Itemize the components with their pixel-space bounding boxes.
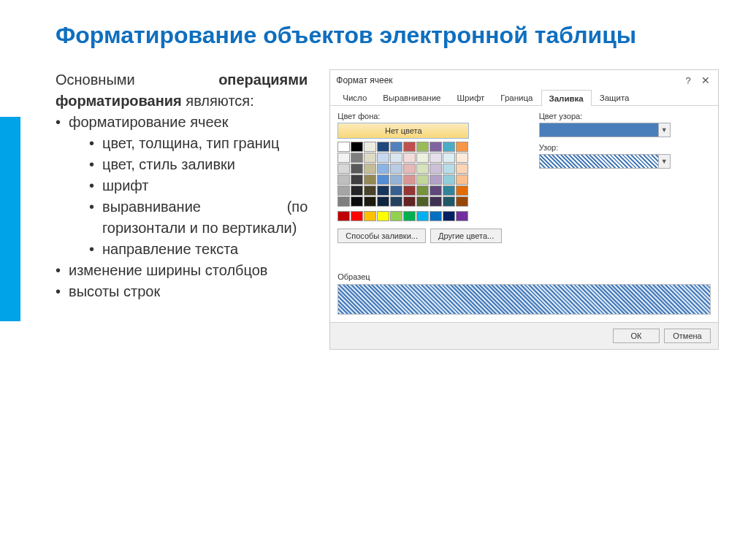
color-swatch[interactable] — [337, 164, 350, 174]
color-swatch[interactable] — [351, 196, 363, 207]
color-swatch[interactable] — [377, 196, 389, 207]
slide-title: Форматирование объектов электронной табл… — [56, 22, 719, 49]
color-swatch[interactable] — [403, 142, 416, 152]
color-swatch[interactable] — [430, 196, 442, 207]
sample-label: Образец — [337, 272, 711, 281]
cancel-button[interactable]: Отмена — [664, 329, 711, 343]
bullet-3: высоты строк — [56, 281, 308, 302]
tab-border[interactable]: Граница — [492, 89, 541, 105]
color-swatch[interactable] — [377, 185, 389, 196]
pattern-column: Цвет узора: ▼ Узор: ▼ — [539, 112, 711, 243]
color-swatch[interactable] — [430, 211, 442, 221]
color-swatch[interactable] — [416, 185, 429, 196]
color-swatch[interactable] — [416, 211, 429, 221]
tab-fill[interactable]: Заливка — [541, 90, 592, 106]
color-swatch[interactable] — [377, 211, 389, 221]
color-swatch[interactable] — [430, 185, 442, 196]
fill-methods-button[interactable]: Способы заливки... — [337, 229, 426, 243]
color-swatch[interactable] — [390, 142, 402, 152]
pattern-select[interactable]: ▼ — [539, 154, 671, 169]
color-swatch[interactable] — [403, 196, 416, 207]
color-swatch[interactable] — [403, 185, 416, 196]
pattern-color-label: Цвет узора: — [539, 112, 711, 120]
color-swatch[interactable] — [456, 142, 468, 152]
color-swatch[interactable] — [390, 196, 402, 207]
color-swatch[interactable] — [337, 211, 350, 221]
color-swatch[interactable] — [390, 164, 402, 174]
color-swatch[interactable] — [456, 164, 468, 174]
color-swatch[interactable] — [390, 153, 402, 163]
accent-bar — [0, 117, 20, 321]
color-swatch[interactable] — [351, 142, 363, 152]
color-swatch[interactable] — [377, 174, 389, 185]
color-swatch[interactable] — [416, 174, 429, 185]
color-swatch[interactable] — [364, 185, 376, 196]
color-swatch[interactable] — [364, 196, 376, 207]
color-swatch[interactable] — [351, 211, 363, 221]
color-swatch[interactable] — [364, 142, 376, 152]
close-icon[interactable]: ✕ — [699, 74, 712, 86]
color-swatch[interactable] — [403, 174, 416, 185]
color-swatch[interactable] — [443, 196, 455, 207]
color-swatch[interactable] — [443, 211, 455, 221]
color-swatch[interactable] — [351, 164, 363, 174]
color-swatch[interactable] — [456, 174, 468, 185]
color-swatch[interactable] — [337, 153, 350, 163]
tab-font[interactable]: Шрифт — [449, 89, 493, 105]
sub-item: направление текста — [89, 239, 308, 260]
color-swatch[interactable] — [364, 211, 376, 221]
other-colors-button[interactable]: Другие цвета... — [430, 229, 502, 243]
ok-button[interactable]: ОК — [613, 329, 660, 343]
color-swatch[interactable] — [456, 211, 468, 221]
pattern-color-select[interactable]: ▼ — [539, 123, 671, 137]
color-swatch[interactable] — [443, 142, 455, 152]
color-swatch[interactable] — [430, 164, 442, 174]
color-swatch[interactable] — [403, 164, 416, 174]
color-swatch[interactable] — [364, 174, 376, 185]
color-swatch[interactable] — [337, 196, 350, 207]
tab-alignment[interactable]: Выравнивание — [375, 89, 449, 105]
tab-protection[interactable]: Защита — [592, 89, 638, 105]
color-swatch[interactable] — [416, 142, 429, 152]
color-swatch[interactable] — [351, 185, 363, 196]
tab-number[interactable]: Число — [335, 89, 375, 105]
color-swatch[interactable] — [390, 211, 402, 221]
content-row: Основными операциями форматирования явля… — [56, 69, 719, 350]
color-swatch[interactable] — [443, 185, 455, 196]
color-swatch[interactable] — [416, 153, 429, 163]
color-swatch[interactable] — [430, 174, 442, 185]
color-swatch[interactable] — [337, 174, 350, 185]
color-swatch[interactable] — [364, 153, 376, 163]
color-swatch[interactable] — [390, 174, 402, 185]
bullet-1-label: форматирование ячеек — [69, 114, 228, 130]
format-cells-dialog: Формат ячеек ? ✕ Число Выравнивание Шриф… — [329, 69, 719, 350]
color-swatch[interactable] — [403, 211, 416, 221]
color-swatch[interactable] — [377, 142, 389, 152]
color-swatch[interactable] — [351, 174, 363, 185]
color-swatch[interactable] — [351, 153, 363, 163]
color-swatch[interactable] — [456, 153, 468, 163]
color-swatch[interactable] — [456, 196, 468, 207]
color-swatch[interactable] — [364, 164, 376, 174]
color-swatch[interactable] — [443, 164, 455, 174]
color-swatch[interactable] — [377, 164, 389, 174]
color-swatch[interactable] — [430, 153, 442, 163]
no-color-button[interactable]: Нет цвета — [337, 123, 469, 139]
color-swatch[interactable] — [416, 164, 429, 174]
sub-item: цвет, толщина, тип границ — [89, 133, 308, 154]
color-swatch[interactable] — [443, 174, 455, 185]
color-swatch[interactable] — [377, 153, 389, 163]
sub-item: выравнивание (по горизонтали и по вертик… — [89, 196, 308, 239]
color-swatch[interactable] — [337, 185, 350, 196]
color-swatch[interactable] — [430, 142, 442, 152]
color-swatch[interactable] — [390, 185, 402, 196]
color-swatch[interactable] — [416, 196, 429, 207]
color-swatch[interactable] — [443, 153, 455, 163]
intro-suffix: являются: — [182, 93, 254, 109]
color-swatch[interactable] — [403, 153, 416, 163]
dialog-title: Формат ячеек — [336, 75, 392, 85]
help-icon[interactable]: ? — [682, 75, 695, 86]
bullet-list: форматирование ячеек цвет, толщина, тип … — [56, 112, 308, 302]
color-swatch[interactable] — [337, 142, 350, 152]
color-swatch[interactable] — [456, 185, 468, 196]
